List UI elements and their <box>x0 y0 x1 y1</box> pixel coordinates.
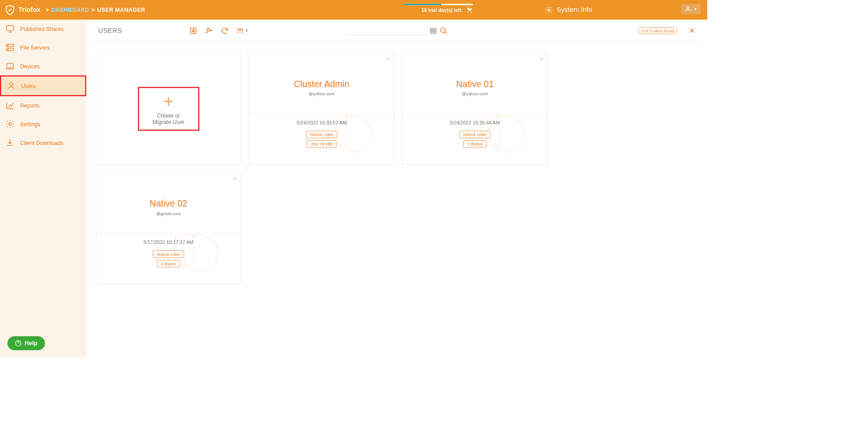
sidebar-item-label: Reports <box>20 102 40 108</box>
card-menu-icon[interactable]: ≡ <box>387 57 390 62</box>
user-name: Native 02 <box>96 198 241 209</box>
svg-point-13 <box>238 28 240 30</box>
download-icon <box>5 138 15 147</box>
sidebar: Published Shares File Servers Devices Us… <box>0 20 86 357</box>
list-view-icon[interactable] <box>189 26 197 35</box>
main-layout: Published Shares File Servers Devices Us… <box>0 20 707 357</box>
sidebar-item-settings[interactable]: Settings <box>0 115 86 134</box>
breadcrumb-sep: > <box>46 7 49 13</box>
user-datetime: 5/24/2022 10:33:57 AM <box>250 120 394 125</box>
chart-icon <box>5 101 15 110</box>
server-icon <box>5 43 15 52</box>
svg-point-1 <box>687 7 689 9</box>
brand-name[interactable]: Triofox <box>19 6 41 13</box>
sidebar-item-users[interactable]: Users <box>0 75 86 96</box>
toolbar: ▼ <box>189 26 248 35</box>
user-card[interactable]: ≡ Native 02 @gmail.com 5/17/2022 10:17:3… <box>96 173 241 284</box>
sidebar-item-devices[interactable]: Devices <box>0 57 86 76</box>
user-type-badge: Native User <box>459 131 491 138</box>
user-storage-badge: 206.79 MB <box>307 140 336 148</box>
shield-icon <box>5 4 16 15</box>
svg-point-8 <box>10 83 13 86</box>
svg-rect-2 <box>6 26 14 31</box>
sync-icon[interactable] <box>220 26 229 35</box>
user-type-badge: Native User <box>153 250 184 258</box>
breadcrumb: > DASHBOARD > USER MANAGER <box>46 7 145 13</box>
user-card[interactable]: ≡ Native 01 @yahoo.com 5/24/2022 10:35:4… <box>403 53 548 165</box>
user-icon <box>685 5 691 12</box>
svg-point-9 <box>9 123 11 125</box>
user-email: @yahoo.com <box>403 91 547 96</box>
user-count-pill: 3 of 3 users found <box>638 27 677 34</box>
sidebar-item-label: Client Downloads <box>20 139 63 146</box>
cards-grid: + Create or Migrate User ≡ Cluster Admin… <box>94 42 700 295</box>
card-menu-icon[interactable]: ≡ <box>234 176 237 181</box>
system-info-button[interactable]: System Info <box>545 6 592 14</box>
gear-icon <box>5 119 15 129</box>
help-icon <box>15 340 22 347</box>
system-info-label: System Info <box>557 6 592 14</box>
search-icon[interactable] <box>439 26 448 35</box>
trial-days-label: 16 trial day(s) left. <box>422 7 463 13</box>
user-storage-badge: 0 Bytes <box>463 140 486 148</box>
sidebar-item-label: Devices <box>20 63 40 69</box>
breadcrumb-current: USER MANAGER <box>97 7 145 13</box>
sidebar-item-label: File Servers <box>20 44 50 51</box>
caret-down-icon: ▼ <box>245 29 249 33</box>
svg-point-0 <box>548 9 549 10</box>
laptop-icon <box>5 61 15 71</box>
sidebar-item-published-shares[interactable]: Published Shares <box>0 20 86 38</box>
gear-icon <box>545 6 553 14</box>
trial-progress-bar <box>404 4 473 5</box>
svg-point-6 <box>8 49 8 50</box>
cart-icon[interactable] <box>466 7 473 14</box>
divider <box>403 114 547 114</box>
search-area <box>345 26 448 35</box>
sidebar-item-label: Users <box>21 83 36 89</box>
user-storage-badge: 0 Bytes <box>157 260 180 267</box>
user-name: Cluster Admin <box>250 79 394 89</box>
svg-point-12 <box>207 28 209 31</box>
sidebar-item-label: Published Shares <box>20 26 64 32</box>
create-user-label: Create or Migrate User <box>150 113 187 125</box>
help-button[interactable]: Help <box>7 336 45 350</box>
top-header: Triofox > DASHBOARD > USER MANAGER 16 tr… <box>0 0 707 20</box>
content-area: USERS ▼ 3 of 3 users found ✕ <box>86 20 707 357</box>
close-icon[interactable]: ✕ <box>689 26 695 35</box>
user-card[interactable]: ≡ Cluster Admin @yahoo.com 5/24/2022 10:… <box>249 53 394 165</box>
plus-icon: + <box>163 93 173 109</box>
user-menu-button[interactable]: ▼ <box>681 4 701 14</box>
card-menu-icon[interactable]: ≡ <box>540 57 544 62</box>
page-title: USERS <box>98 27 122 35</box>
help-label: Help <box>25 340 37 347</box>
group-dropdown[interactable]: ▼ <box>236 26 249 35</box>
group-icon <box>236 26 244 35</box>
sidebar-item-reports[interactable]: Reports <box>0 96 86 115</box>
svg-point-15 <box>441 27 445 32</box>
user-type-badge: Native User <box>306 131 337 138</box>
add-user-icon[interactable] <box>205 26 213 35</box>
create-user-card[interactable]: + Create or Migrate User <box>96 53 241 165</box>
create-user-highlight: + Create or Migrate User <box>138 87 199 131</box>
breadcrumb-dashboard[interactable]: DASHBOARD <box>51 7 89 13</box>
divider <box>96 233 241 234</box>
share-icon <box>5 24 15 34</box>
user-icon <box>6 81 16 91</box>
user-name: Native 01 <box>403 79 547 89</box>
logo-area: Triofox > DASHBOARD > USER MANAGER <box>0 4 145 15</box>
user-datetime: 5/24/2022 10:35:44 AM <box>403 120 547 125</box>
search-input[interactable] <box>345 26 427 35</box>
sidebar-item-file-servers[interactable]: File Servers <box>0 38 86 57</box>
caret-down-icon: ▼ <box>694 7 697 11</box>
sidebar-item-client-downloads[interactable]: Client Downloads <box>0 134 86 152</box>
user-email: @yahoo.com <box>250 91 394 96</box>
trial-progress-fill <box>404 4 441 5</box>
divider <box>250 114 394 114</box>
svg-point-14 <box>241 28 242 30</box>
svg-rect-7 <box>7 63 13 68</box>
content-header: USERS ▼ 3 of 3 users found ✕ <box>94 20 700 42</box>
keyboard-icon[interactable] <box>430 28 437 34</box>
badges: Native User 0 Bytes <box>403 131 547 148</box>
breadcrumb-sep: > <box>91 7 95 13</box>
sidebar-item-label: Settings <box>20 121 40 127</box>
